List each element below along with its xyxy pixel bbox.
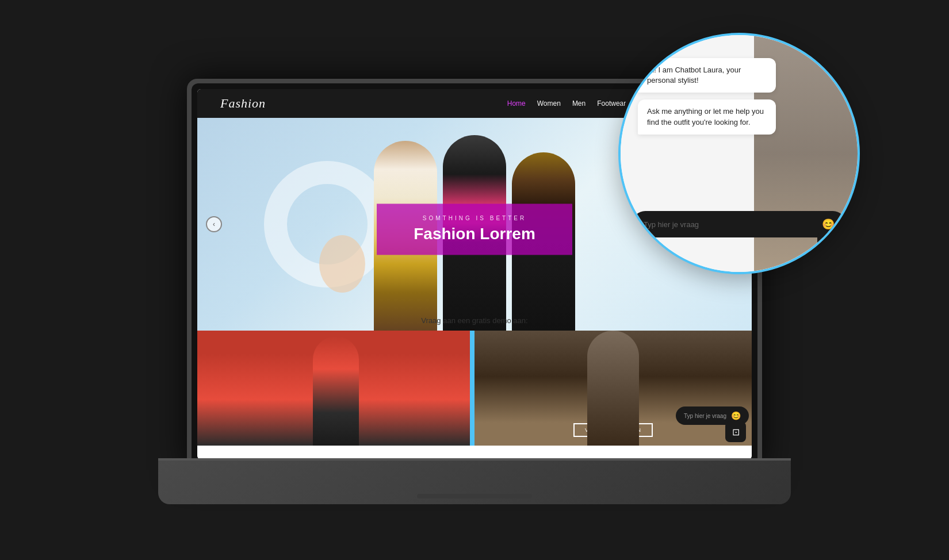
zoom-circle-content: Hi! I am Chatbot Laura, your personal st… [621, 35, 858, 272]
chat-emoji-icon-small[interactable]: 😊 [731, 411, 741, 420]
hero-title: Fashion Lorrem [405, 225, 544, 243]
hero-cta-text: Vraag aan een gratis demo aan: [421, 316, 527, 325]
bot-icon-small: ⊡ [732, 427, 740, 438]
hero-subtitle: Somthing is better [405, 215, 544, 221]
hero-banner-overlay: Somthing is better Fashion Lorrem [377, 204, 572, 255]
chat-input-area[interactable]: Typ hier je vraag 😊 [632, 211, 846, 237]
chat-message-1: Hi! I am Chatbot Laura, your personal st… [638, 58, 776, 93]
left-figure-silhouette [313, 336, 359, 446]
chat-message-1-text: Hi! I am Chatbot Laura, your personal st… [647, 66, 741, 85]
bottom-left-panel [197, 331, 475, 446]
site-logo: Fashion [220, 96, 266, 111]
nav-men[interactable]: Men [572, 99, 586, 108]
hero-prev-button[interactable]: ‹ [206, 216, 222, 232]
bottom-left-figure [197, 331, 475, 446]
nav-women[interactable]: Women [537, 99, 561, 108]
laptop-wrapper: Fashion Home Women Men Footwear Accessor… [158, 44, 791, 516]
chat-message-2-text: Ask me anything or let me help you find … [647, 107, 764, 126]
right-figure-silhouette [587, 331, 639, 446]
zoom-circle-overlay: Hi! I am Chatbot Laura, your personal st… [618, 33, 860, 274]
hero-decor-egg [319, 235, 365, 293]
nav-home[interactable]: Home [507, 99, 526, 108]
laptop-base [158, 458, 791, 504]
chat-messages: Hi! I am Chatbot Laura, your personal st… [638, 58, 840, 135]
chatbot-avatar-zoom[interactable]: ⊟ [817, 232, 846, 260]
bot-icon-zoom: ⊟ [826, 239, 837, 254]
chat-emoji-button-zoom[interactable]: 😊 [822, 218, 835, 231]
bottom-right-panel: LLECTION VIEW COLLECTION [475, 331, 752, 446]
collection-bar [470, 331, 475, 446]
chat-input-placeholder-zoom: Typ hier je vraag [644, 220, 699, 229]
bottom-section: LLECTION VIEW COLLECTION [197, 331, 752, 446]
chatbot-icon-small[interactable]: ⊡ [725, 421, 746, 442]
chat-input-placeholder: Typ hier je vraag [684, 413, 726, 419]
chat-message-2: Ask me anything or let me help you find … [638, 99, 776, 134]
